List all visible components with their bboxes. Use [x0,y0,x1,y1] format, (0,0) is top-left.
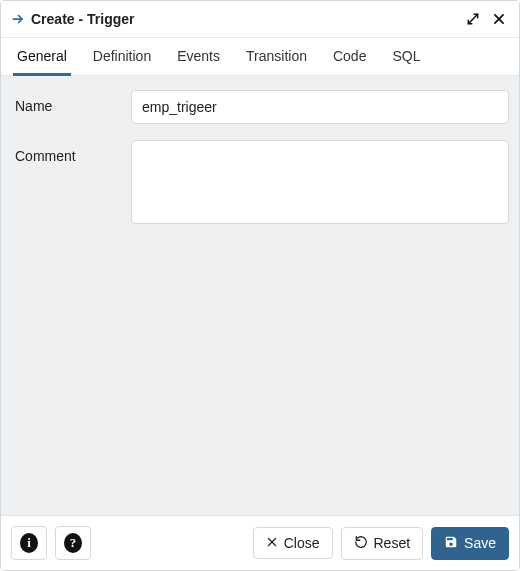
reset-button[interactable]: Reset [341,527,424,560]
dialog-footer: i ? Close Reset Save [1,515,519,570]
close-button-label: Close [284,535,320,551]
tab-sql[interactable]: SQL [388,38,424,76]
tab-events[interactable]: Events [173,38,224,76]
form-row-comment: Comment [11,140,509,227]
help-icon: ? [64,533,82,553]
create-trigger-dialog: Create - Trigger General Definition Even… [0,0,520,571]
name-input[interactable] [131,90,509,124]
reset-button-label: Reset [374,535,411,551]
close-button[interactable]: Close [253,527,333,559]
save-button[interactable]: Save [431,527,509,560]
dialog-title: Create - Trigger [31,11,134,27]
comment-label: Comment [11,140,131,164]
reset-icon [354,535,368,552]
dialog-body: Name Comment [1,76,519,515]
name-label: Name [11,90,131,114]
x-icon [266,535,278,551]
close-icon[interactable] [489,9,509,29]
arrow-right-icon [11,12,25,26]
help-button[interactable]: ? [55,526,91,560]
info-icon: i [20,533,38,553]
svg-line-1 [468,14,477,23]
comment-input[interactable] [131,140,509,224]
tab-code[interactable]: Code [329,38,370,76]
tab-transition[interactable]: Transition [242,38,311,76]
save-button-label: Save [464,535,496,551]
titlebar: Create - Trigger [1,1,519,38]
form-row-name: Name [11,90,509,124]
expand-icon[interactable] [463,9,483,29]
save-icon [444,535,458,552]
tab-definition[interactable]: Definition [89,38,155,76]
info-button[interactable]: i [11,526,47,560]
tab-general[interactable]: General [13,38,71,76]
tab-bar: General Definition Events Transition Cod… [1,38,519,76]
